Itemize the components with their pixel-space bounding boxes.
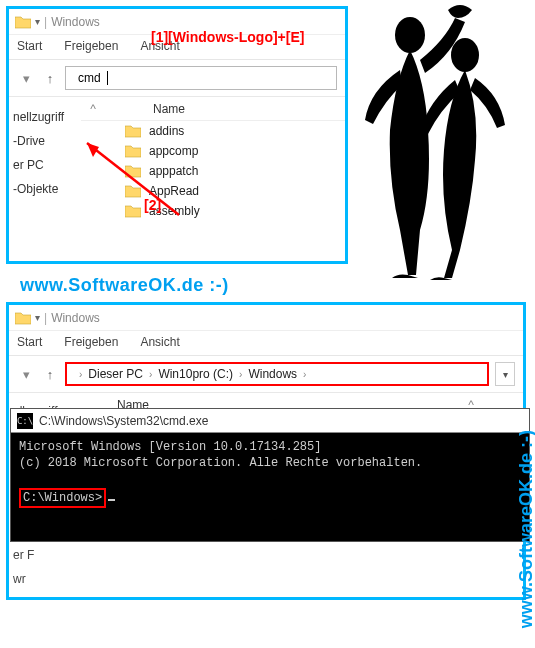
- annotation-step1: [1][Windows-Logo]+[E]: [151, 29, 304, 45]
- ribbon-menu: Start Freigeben Ansicht: [9, 331, 523, 356]
- nav-pane[interactable]: nellzugriff -Drive er PC -Objekte: [9, 97, 81, 259]
- menu-view[interactable]: Ansicht: [140, 335, 179, 349]
- file-name: appcomp: [149, 144, 198, 158]
- cmd-prompt: C:\Windows>: [19, 488, 106, 508]
- cmd-titlebar[interactable]: C:\ C:\Windows\System32\cmd.exe: [11, 409, 529, 433]
- address-text: cmd: [78, 71, 101, 85]
- folder-icon: [125, 204, 141, 218]
- list-header[interactable]: ^ Name: [81, 97, 345, 121]
- menu-share[interactable]: Freigeben: [64, 335, 118, 349]
- text-cursor: [107, 71, 108, 85]
- chevron-right-icon[interactable]: ›: [239, 369, 242, 380]
- separator: |: [44, 311, 47, 325]
- svg-point-3: [451, 38, 479, 72]
- menu-file[interactable]: Start: [17, 335, 42, 349]
- sidebar-item[interactable]: -Drive: [13, 129, 77, 153]
- clipart-silhouette: [340, 0, 515, 280]
- cmd-output-line: Microsoft Windows [Version 10.0.17134.28…: [19, 439, 521, 455]
- cmd-cursor: [108, 499, 115, 501]
- cmd-title-text: C:\Windows\System32\cmd.exe: [39, 414, 208, 428]
- address-history-dropdown[interactable]: ▾: [495, 362, 515, 386]
- list-item[interactable]: AppRead: [81, 181, 345, 201]
- list-item[interactable]: assembly: [81, 201, 345, 221]
- sidebar-item[interactable]: wr: [13, 567, 65, 591]
- folder-icon: [15, 15, 31, 29]
- chevron-right-icon[interactable]: ›: [303, 369, 306, 380]
- breadcrumb[interactable]: › Dieser PC › Win10pro (C:) › Windows ›: [65, 362, 489, 386]
- separator: |: [44, 15, 47, 29]
- cmd-icon: C:\: [17, 413, 33, 429]
- chevron-down-icon[interactable]: ▾: [35, 312, 40, 323]
- titlebar[interactable]: ▾ | Windows: [9, 305, 523, 331]
- crumb[interactable]: Windows: [248, 367, 297, 381]
- history-dropdown-icon[interactable]: ▾: [17, 69, 35, 87]
- folder-icon: [15, 311, 31, 325]
- cmd-output-line: (c) 2018 Microsoft Corporation. Alle Rec…: [19, 455, 521, 471]
- cmd-prompt-line: C:\Windows>: [19, 488, 521, 508]
- list-item[interactable]: apppatch: [81, 161, 345, 181]
- history-dropdown-icon[interactable]: ▾: [17, 365, 35, 383]
- crumb[interactable]: Win10pro (C:): [158, 367, 233, 381]
- window-title: Windows: [51, 15, 100, 29]
- sidebar-item[interactable]: er PC: [13, 153, 77, 177]
- window-title: Windows: [51, 311, 100, 325]
- file-name: addins: [149, 124, 184, 138]
- crumb[interactable]: Dieser PC: [88, 367, 143, 381]
- sidebar-item[interactable]: er F: [13, 543, 65, 567]
- menu-file[interactable]: Start: [17, 39, 42, 53]
- column-name[interactable]: Name: [105, 102, 185, 116]
- menu-share[interactable]: Freigeben: [64, 39, 118, 53]
- chevron-down-icon[interactable]: ▾: [35, 16, 40, 27]
- chevron-right-icon[interactable]: ›: [149, 369, 152, 380]
- folder-icon: [125, 124, 141, 138]
- explorer-window-1: ▾ | Windows Start Freigeben Ansicht ▾ ↑ …: [6, 6, 348, 264]
- watermark-horizontal: www.SoftwareOK.de :-): [20, 275, 229, 296]
- sidebar-item[interactable]: -Objekte: [13, 177, 77, 201]
- nav-up-icon[interactable]: ↑: [41, 365, 59, 383]
- file-list[interactable]: ^ Name addins appcomp apppatch AppRead: [81, 97, 345, 259]
- cmd-window: C:\ C:\Windows\System32\cmd.exe Microsof…: [10, 408, 530, 542]
- address-bar: ▾ ↑ › Dieser PC › Win10pro (C:) › Window…: [9, 356, 523, 393]
- file-name: apppatch: [149, 164, 198, 178]
- folder-icon: [125, 144, 141, 158]
- file-name: AppRead: [149, 184, 199, 198]
- folder-icon: [125, 164, 141, 178]
- address-input[interactable]: cmd: [65, 66, 337, 90]
- sort-chevron-icon[interactable]: ^: [81, 102, 105, 116]
- address-bar: ▾ ↑ cmd: [9, 60, 345, 97]
- annotation-step2: [2]: [144, 197, 161, 213]
- chevron-right-icon[interactable]: ›: [79, 369, 82, 380]
- cmd-terminal[interactable]: Microsoft Windows [Version 10.0.17134.28…: [11, 433, 529, 541]
- folder-icon: [125, 184, 141, 198]
- watermark-vertical: www.SoftwareOK.de :-): [516, 430, 535, 628]
- nav-up-icon[interactable]: ↑: [41, 69, 59, 87]
- sidebar-item[interactable]: nellzugriff: [13, 105, 77, 129]
- cmd-blank-line: [19, 471, 521, 487]
- list-item[interactable]: appcomp: [81, 141, 345, 161]
- list-item[interactable]: addins: [81, 121, 345, 141]
- svg-point-2: [395, 17, 425, 53]
